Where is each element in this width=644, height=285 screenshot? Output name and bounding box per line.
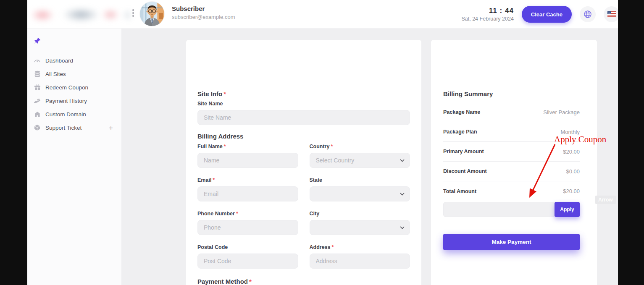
billing-address-title: Billing Address [197,133,410,140]
gift-icon [34,84,41,91]
user-name: Subscriber [172,5,235,12]
required-mark: * [213,177,215,183]
summary-row-primary-amount: Primary Amount $20.00 [443,142,580,162]
home-icon [34,111,41,118]
state-label: State [310,177,410,183]
chevron-down-icon [400,193,405,196]
locale-flag-button[interactable] [604,6,618,22]
topbar-right-cluster: 11 : 44 Sat, 24 February 2024 Clear Cach… [461,0,618,29]
cube-icon [34,124,41,131]
clear-cache-button[interactable]: Clear Cache [522,6,572,23]
city-label: City [310,211,410,217]
globe-icon [583,10,592,19]
sidebar-item-label: All Sites [45,71,66,77]
sidebar-item-label: Redeem Coupon [45,84,88,91]
sidebar-item-label: Custom Domain [45,111,86,118]
required-mark: * [332,244,334,250]
sidebar-item-all-sites[interactable]: All Sites [34,67,121,81]
user-info: Subscriber subscriber@example.com [172,5,235,20]
summary-row-package-name: Package Name Silver Package [443,102,580,122]
chevron-down-icon [400,226,405,229]
gauge-icon [34,57,41,64]
city-select[interactable] [310,220,410,235]
full-name-label: Full Name* [197,144,298,149]
us-flag-icon [607,11,616,17]
sidebar-item-label: Dashboard [45,58,73,64]
country-label: Country* [310,144,410,149]
address-label: Address* [310,244,410,250]
clock: 11 : 44 Sat, 24 February 2024 [461,7,513,22]
clock-date: Sat, 24 February 2024 [461,16,513,22]
required-mark: * [236,211,238,217]
plus-icon[interactable]: + [109,124,113,131]
postal-code-label: Postal Code [197,244,298,250]
phone-input[interactable] [197,220,298,235]
sidebar-item-support-ticket[interactable]: Support Ticket + [34,121,121,134]
payment-method-title: Payment Method* [197,278,410,285]
sidebar-item-dashboard[interactable]: Dashboard [34,54,121,67]
sidebar: Dashboard All Sites [27,29,121,285]
main-content: Site Info* Site Name Billing Address Ful… [121,29,618,285]
email-input[interactable] [197,186,298,201]
clock-time: 11 : 44 [461,7,513,15]
state-select[interactable] [310,186,410,201]
phone-label: Phone Number* [197,211,298,217]
sidebar-pin-toggle[interactable] [34,37,121,48]
brand-logo [31,4,130,24]
chevron-down-icon [400,159,405,162]
country-select-value: Select Country [316,157,355,164]
sidebar-item-custom-domain[interactable]: Custom Domain [34,107,121,121]
site-name-label: Site Name [197,101,410,107]
full-name-input[interactable] [197,153,298,168]
apply-coupon-button[interactable]: Apply [555,202,580,217]
postal-code-input[interactable] [197,254,298,269]
pin-icon [34,37,41,44]
sidebar-item-redeem-coupon[interactable]: Redeem Coupon [34,81,121,94]
site-info-title: Site Info* [197,90,410,97]
required-mark: * [331,144,333,149]
language-globe-button[interactable] [580,6,596,22]
address-input[interactable] [310,254,410,269]
required-mark: * [223,90,226,97]
app-window: Subscriber subscriber@example.com 11 : 4… [27,0,618,285]
required-mark: * [249,278,252,285]
topbar: Subscriber subscriber@example.com 11 : 4… [27,0,618,29]
coupon-code-input[interactable] [443,202,555,217]
avatar-illustration [140,2,164,26]
required-mark: * [224,144,226,149]
avatar[interactable] [140,2,164,26]
summary-row-discount-amount: Discount Amount $0.00 [443,162,580,181]
screenshot-stage: Subscriber subscriber@example.com 11 : 4… [0,0,644,285]
sidebar-item-label: Support Ticket [45,125,81,131]
make-payment-button[interactable]: Make Payment [443,234,580,250]
billing-summary-card: Billing Summary Package Name Silver Pack… [431,40,597,285]
billing-summary-rows: Package Name Silver Package Package Plan… [443,102,580,201]
summary-row-package-plan: Package Plan Monthly [443,122,580,142]
checkout-form-card: Site Info* Site Name Billing Address Ful… [186,40,421,285]
country-select[interactable]: Select Country [310,153,410,168]
sidebar-item-payment-history[interactable]: Payment History [34,94,121,107]
summary-row-total-amount: Total Amount $20.00 [443,181,580,201]
hand-payment-icon [34,98,41,104]
kebab-menu-icon[interactable] [132,9,134,17]
coupon-row: Apply [443,202,580,217]
site-name-input[interactable] [197,110,410,125]
user-email: subscriber@example.com [172,14,235,20]
billing-summary-title: Billing Summary [443,90,580,97]
sidebar-item-label: Payment History [45,98,87,104]
database-icon [34,71,41,78]
email-label: Email* [197,177,298,183]
